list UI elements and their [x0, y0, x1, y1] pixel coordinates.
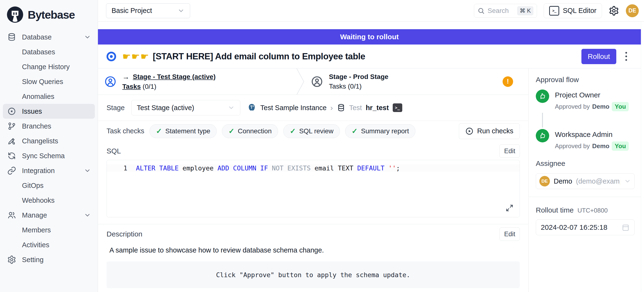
stage-select[interactable]: Test Stage (active) [132, 100, 240, 115]
stage-select-value: Test Stage (active) [137, 104, 194, 112]
description-section: Description Edit A sample issue to showc… [98, 224, 528, 288]
check-statement-type[interactable]: ✓ Statement type [150, 124, 217, 138]
sidebar-item-label: Manage [22, 211, 47, 219]
stage-pipeline: → Stage - Test Stage (active) Tasks (0/1… [98, 68, 528, 95]
user-avatar[interactable]: DE [626, 4, 639, 17]
check-sql-review[interactable]: ✓ SQL review [283, 124, 340, 138]
settings-gear-icon[interactable] [609, 6, 619, 16]
chevron-down-icon [178, 7, 185, 14]
approval-step: Workspace Admin Approved by Demo You [536, 129, 635, 151]
panel-divider [528, 197, 641, 197]
scrollbar-track[interactable] [641, 22, 644, 292]
approval-role: Project Owner [555, 89, 629, 99]
sidebar-item-label: Sync Schema [22, 152, 65, 160]
more-options-icon[interactable] [624, 50, 629, 63]
expand-icon[interactable] [506, 204, 513, 212]
sidebar-item-label: Issues [22, 107, 42, 115]
sql-token: ; [396, 165, 400, 172]
postgres-icon [247, 103, 256, 112]
brand-name: Bytebase [28, 8, 75, 21]
tasks-label: Tasks [329, 83, 346, 90]
task-checks-row: Task checks ✓ Statement type ✓ Connectio… [98, 121, 528, 141]
sidebar-item-activities[interactable]: Activities [3, 237, 95, 252]
sidebar-item-changelists[interactable]: Changelists [3, 133, 95, 149]
rollout-time-input[interactable]: 2024-02-07 16:25:18 [536, 219, 635, 235]
sql-editor-button[interactable]: >_ SQL Editor [544, 3, 602, 18]
sql-token: ADD COLUMN IF [217, 165, 272, 172]
sidebar-item-issues[interactable]: Issues [3, 104, 95, 119]
sidebar-item-members[interactable]: Members [3, 223, 95, 237]
sidebar-item-branches[interactable]: Branches [3, 119, 95, 133]
sidebar-item-slow-queries[interactable]: Slow Queries [3, 74, 95, 89]
project-select[interactable]: Basic Project [106, 3, 190, 18]
sql-token: email [314, 165, 338, 172]
sidebar-item-gitops[interactable]: GitOps [3, 178, 95, 193]
attention-badge: ! [502, 76, 513, 87]
play-circle-icon [465, 127, 474, 135]
stage-test[interactable]: → Stage - Test Stage (active) Tasks (0/1… [98, 68, 296, 95]
database-name[interactable]: hr_test [366, 104, 389, 112]
issue-side-panel: Approval flow Project Owner Approved [528, 68, 641, 292]
check-label: Statement type [165, 127, 210, 135]
sidebar-item-change-history[interactable]: Change History [3, 59, 95, 74]
bytebase-logo-icon [6, 6, 24, 24]
sql-code-editor[interactable]: 1ALTER TABLE employee ADD COLUMN IF NOT … [106, 160, 520, 217]
check-summary-report[interactable]: ✓ Summary report [345, 124, 416, 138]
sql-token: '' [388, 165, 396, 172]
run-checks-button[interactable]: Run checks [459, 123, 520, 139]
sidebar-item-sync-schema[interactable]: Sync Schema [3, 149, 95, 163]
terminal-icon: >_ [549, 6, 559, 16]
check-pass-icon: ✓ [290, 127, 296, 135]
sync-icon [7, 151, 17, 160]
content: Waiting to rollout ☛☛☛ [START HERE] Add … [98, 22, 644, 292]
check-connection[interactable]: ✓ Connection [222, 124, 278, 138]
check-label: SQL review [299, 127, 334, 135]
sql-edit-button[interactable]: Edit [500, 144, 520, 158]
sql-editor-label: SQL Editor [563, 7, 596, 15]
database-icon [7, 33, 17, 42]
sidebar-item-label: Integration [22, 167, 55, 175]
sidebar-item-database[interactable]: Database [3, 30, 95, 45]
search-shortcut-badge: ⌘ K [517, 6, 534, 15]
app-window: Bytebase Database Databases Change Histo… [0, 0, 644, 292]
tasks-link[interactable]: Tasks [122, 83, 141, 90]
search-input[interactable]: Search ⌘ K [474, 4, 537, 18]
sidebar-item-integration[interactable]: Integration [3, 163, 95, 178]
stage-name-link[interactable]: Stage - Test Stage (active) [133, 73, 216, 81]
description-edit-button[interactable]: Edit [500, 227, 520, 241]
link-icon [7, 166, 17, 175]
line-number: 1 [107, 165, 136, 172]
you-badge: You [612, 141, 629, 151]
chevron-down-icon [624, 178, 631, 185]
open-in-sql-editor-icon[interactable]: >_ [393, 103, 402, 112]
search-icon [478, 7, 485, 14]
sidebar-item-anomalies[interactable]: Anomalies [3, 89, 95, 104]
sidebar-item-manage[interactable]: Manage [3, 208, 95, 223]
rollout-button[interactable]: Rollout [582, 49, 616, 64]
git-branch-icon [7, 122, 17, 131]
rollout-time-value: 2024-02-07 16:25:18 [541, 223, 608, 231]
issue-title-row: ☛☛☛ [START HERE] Add email column to Emp… [98, 45, 641, 68]
instance-name[interactable]: Test Sample Instance [260, 104, 326, 112]
sql-heading: SQL [106, 147, 121, 155]
timezone-label: UTC+0800 [577, 207, 608, 214]
brand-logo[interactable]: Bytebase [0, 4, 98, 30]
sidebar-item-label: Setting [22, 256, 44, 264]
sidebar-item-setting[interactable]: Setting [3, 252, 95, 267]
sql-token: DEFAULT [357, 165, 388, 172]
sidebar-item-label: Database [22, 33, 52, 41]
approval-step: Project Owner Approved by Demo You [536, 89, 635, 111]
project-select-value: Basic Project [112, 7, 152, 15]
database-breadcrumb: Test Sample Instance › Test hr_test >_ [247, 103, 402, 112]
sidebar-item-webhooks[interactable]: Webhooks [3, 193, 95, 208]
assignee-email: (demo@example [576, 177, 620, 185]
task-checks-label: Task checks [106, 127, 144, 135]
sidebar-item-label: Activities [22, 241, 49, 249]
assignee-select[interactable]: DE Demo (demo@example [536, 173, 635, 189]
sidebar-item-databases[interactable]: Databases [3, 45, 95, 59]
sql-section: SQL Edit 1ALTER TABLE employee ADD COLUM… [98, 141, 528, 217]
chevron-down-icon [84, 167, 91, 174]
approver-name: Demo [592, 103, 609, 110]
stage-prod[interactable]: Stage - Prod Stage Tasks (0/1) ! [304, 68, 528, 95]
search-placeholder: Search [488, 7, 509, 15]
